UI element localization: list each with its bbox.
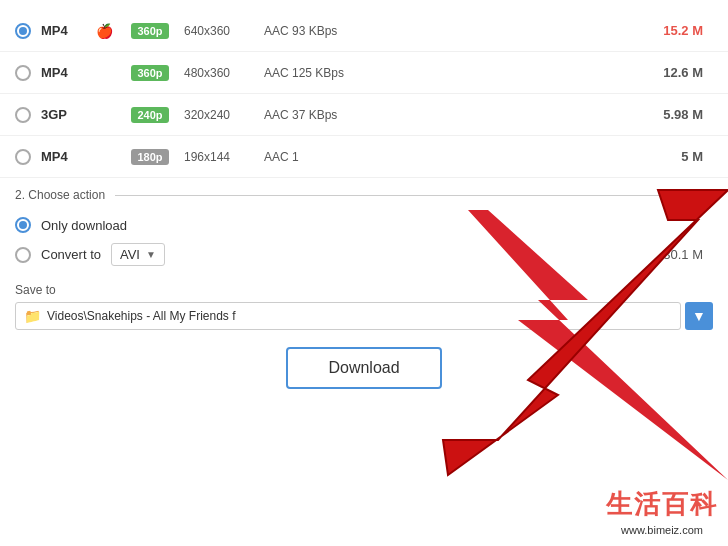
main-panel: MP4🍎360p640x360AAC 93 KBps15.2 MMP4360p4… — [0, 0, 728, 546]
convert-format-value: AVI — [120, 247, 140, 262]
download-button[interactable]: Download — [286, 347, 441, 389]
apple-icon-3 — [96, 147, 116, 167]
convert-to-radio[interactable] — [15, 247, 31, 263]
save-path-text: Videos\Snakehips - All My Friends f — [47, 309, 236, 323]
convert-to-row: Convert to AVI ▼ 30.1 M — [15, 238, 713, 271]
resolution-3: 196x144 — [184, 150, 264, 164]
format-name-3: MP4 — [41, 149, 96, 164]
convert-format-dropdown[interactable]: AVI ▼ — [111, 243, 165, 266]
format-row-2[interactable]: 3GP240p320x240AAC 37 KBps5.98 M — [0, 94, 728, 136]
format-radio-3[interactable] — [15, 149, 31, 165]
quality-badge-1: 360p — [131, 65, 169, 81]
format-name-1: MP4 — [41, 65, 96, 80]
watermark-url-text: www.bimeiz.com — [606, 524, 718, 536]
apple-icon-0: 🍎 — [96, 21, 116, 41]
dropdown-arrow-icon: ▼ — [146, 249, 156, 260]
only-download-label: Only download — [41, 218, 127, 233]
file-size-0: 15.2 M — [394, 23, 713, 38]
audio-info-0: AAC 93 KBps — [264, 24, 394, 38]
folder-icon: 📁 — [24, 308, 41, 324]
apple-icon-2 — [96, 105, 116, 125]
save-path-row: 📁 Videos\Snakehips - All My Friends f ▼ — [15, 302, 713, 330]
resolution-2: 320x240 — [184, 108, 264, 122]
file-size-3: 5 M — [394, 149, 713, 164]
file-size-2: 5.98 M — [394, 107, 713, 122]
format-radio-2[interactable] — [15, 107, 31, 123]
action-section: Only download Convert to AVI ▼ 30.1 M — [0, 208, 728, 275]
format-radio-0[interactable] — [15, 23, 31, 39]
watermark: 生活百科 www.bimeiz.com — [606, 487, 718, 536]
quality-badge-3: 180p — [131, 149, 169, 165]
apple-icon-1 — [96, 63, 116, 83]
save-section: Save to 📁 Videos\Snakehips - All My Frie… — [0, 275, 728, 335]
audio-info-2: AAC 37 KBps — [264, 108, 394, 122]
audio-info-3: AAC 1 — [264, 150, 394, 164]
audio-info-1: AAC 125 KBps — [264, 66, 394, 80]
convert-to-label: Convert to — [41, 247, 101, 262]
resolution-0: 640x360 — [184, 24, 264, 38]
format-radio-1[interactable] — [15, 65, 31, 81]
save-to-label: Save to — [15, 283, 713, 297]
watermark-cn-text: 生活百科 — [606, 487, 718, 522]
format-name-0: MP4 — [41, 23, 96, 38]
divider-line — [115, 195, 713, 196]
file-size-1: 12.6 M — [394, 65, 713, 80]
quality-badge-2: 240p — [131, 107, 169, 123]
download-section: Download — [0, 347, 728, 389]
format-row-1[interactable]: MP4360p480x360AAC 125 KBps12.6 M — [0, 52, 728, 94]
save-path-input[interactable]: 📁 Videos\Snakehips - All My Friends f — [15, 302, 681, 330]
browse-button[interactable]: ▼ — [685, 302, 713, 330]
only-download-radio[interactable] — [15, 217, 31, 233]
convert-size: 30.1 M — [663, 247, 713, 262]
resolution-1: 480x360 — [184, 66, 264, 80]
format-list: MP4🍎360p640x360AAC 93 KBps15.2 MMP4360p4… — [0, 10, 728, 178]
section-divider: 2. Choose action — [0, 178, 728, 208]
section2-label: 2. Choose action — [15, 188, 105, 202]
format-name-2: 3GP — [41, 107, 96, 122]
quality-badge-0: 360p — [131, 23, 169, 39]
format-row-0[interactable]: MP4🍎360p640x360AAC 93 KBps15.2 M — [0, 10, 728, 52]
only-download-row: Only download — [15, 212, 713, 238]
format-row-3[interactable]: MP4180p196x144AAC 15 M — [0, 136, 728, 178]
